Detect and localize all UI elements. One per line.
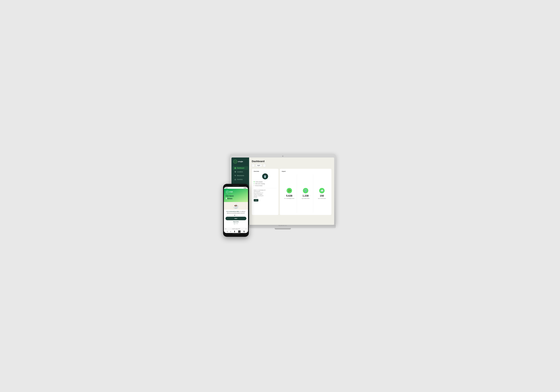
cards-row: Overview 🥤 8.000 available xyxy=(252,169,331,215)
co2-label: Kg of CO2e saved xyxy=(318,198,326,199)
stat-cleaning: 950 out for cleaning xyxy=(254,183,277,185)
sidebar-item-inventory[interactable]: Inventory xyxy=(232,178,248,181)
svg-rect-0 xyxy=(234,167,235,168)
phone-hero-times: times xyxy=(227,197,232,200)
phone-hero: cirqle I've been 8 times xyxy=(224,189,248,202)
impact-metrics: ♻️ 5.638 No. of packaging saved 🗑️ 1.238… xyxy=(282,174,329,213)
month-label: April xyxy=(256,164,262,167)
co2-icon: ☁️ xyxy=(319,188,325,193)
laptop-camera xyxy=(282,156,283,157)
svg-point-4 xyxy=(235,171,236,172)
stat-dot-outline xyxy=(254,185,255,186)
svg-rect-3 xyxy=(235,168,236,169)
sidebar-label-dashboard: Dashboard xyxy=(237,167,244,169)
phone-intro-text: Hi! I'm DoGoodCup #2853. I'm making a di… xyxy=(226,211,246,214)
sidebar-label-inventory: Inventory xyxy=(237,179,243,180)
phone-logo-text: cirqle xyxy=(229,191,233,192)
logo-icon xyxy=(233,160,237,163)
phone-cup-emoji: ☕ xyxy=(233,203,239,209)
impact-card: Impact ♻️ 5.638 No. of packaging saved 🗑… xyxy=(280,169,331,215)
packaging-value: 5.638 xyxy=(286,194,292,197)
phone-refresh-icon[interactable]: ↻ xyxy=(246,228,247,230)
overview-card: Overview 🥤 8.000 available xyxy=(252,169,279,215)
phone-time: 15.38 xyxy=(225,187,228,188)
cup-icon: 🥤 xyxy=(262,173,268,179)
sidebar-label-movements: Movements xyxy=(237,175,244,176)
overview-card-title: Overview xyxy=(254,171,277,172)
phone-logo-circle xyxy=(226,190,229,193)
phone-next-button[interactable]: Next xyxy=(226,217,246,220)
phone-status-icons: ▶ ◼ ☰ xyxy=(244,187,247,189)
sidebar-item-movements[interactable]: Movements xyxy=(232,174,248,178)
stat-dot-green xyxy=(254,181,255,182)
metric-waste: 🗑️ 1.238 Kg of waste saved xyxy=(298,174,313,213)
phone-notch xyxy=(232,185,239,186)
metric-packaging: ♻️ 5.638 No. of packaging saved xyxy=(282,174,297,213)
phone-cup-area: ☕ xyxy=(224,202,248,210)
stat-available: 8.000 available xyxy=(254,181,277,183)
svg-rect-5 xyxy=(235,179,236,180)
phone-footer-logo-text: cirqle xyxy=(236,223,238,224)
stat-outofstock: 50 out of stock xyxy=(254,185,277,187)
month-nav: ‹ April › xyxy=(252,164,331,167)
co2-value: 150 xyxy=(320,194,324,197)
phone-nav-bookmarks[interactable]: ⬛ xyxy=(238,230,241,233)
svg-rect-2 xyxy=(234,168,235,169)
phone-bottom-nav: ‹ › ⬆ ⬛ ⧉ xyxy=(224,230,248,233)
phone-home-bar xyxy=(232,233,239,234)
logo-text: cirqle xyxy=(238,161,243,162)
month-prev-button[interactable]: ‹ xyxy=(252,164,255,167)
phone-dot-3 xyxy=(237,215,238,216)
waste-icon: 🗑️ xyxy=(303,188,308,193)
phone: 15.38 ▶ ◼ ☰ cirqle I've been xyxy=(223,184,249,237)
phone-footer-logo: cirqle xyxy=(234,223,238,224)
scene: cirqle Dashboard Locations Movements xyxy=(219,154,341,238)
month-next-button[interactable]: › xyxy=(263,164,266,167)
phone-hero-number: 8 xyxy=(226,197,227,200)
phone-screen: 15.38 ▶ ◼ ☰ cirqle I've been xyxy=(224,187,248,233)
phone-font-size-label: AA xyxy=(225,228,226,229)
phone-hero-text: I've been 8 times xyxy=(226,195,246,200)
phone-dot-1 xyxy=(234,215,235,216)
phone-status-bar: 15.38 ▶ ◼ ☰ xyxy=(224,187,248,189)
phone-nav-tabs[interactable]: ⧉ xyxy=(243,230,245,233)
phone-footer-logo-circle xyxy=(234,223,235,224)
sidebar-logo: cirqle xyxy=(231,160,249,166)
phone-dots xyxy=(234,215,238,216)
laptop-foot xyxy=(275,228,291,230)
phone-dot-2 xyxy=(236,215,236,216)
main-content: Dashboard ‹ April › Overview 🥤 xyxy=(249,158,334,225)
waste-value: 1.238 xyxy=(302,194,309,197)
page-title: Dashboard xyxy=(252,160,331,163)
phone-nav-back[interactable]: ‹ xyxy=(227,230,228,233)
packaging-icon: ♻️ xyxy=(287,188,292,193)
phone-nav-forward[interactable]: › xyxy=(230,230,231,233)
waste-label: Kg of waste saved xyxy=(302,198,310,199)
phone-address-bar[interactable]: AA hi.demo.cirqle.cloud ↻ xyxy=(224,228,248,230)
phone-address[interactable]: hi.demo.cirqle.cloud xyxy=(232,228,240,229)
phone-body: Hi! I'm DoGoodCup #2853. I'm making a di… xyxy=(224,210,248,228)
phone-logo: cirqle xyxy=(226,190,246,193)
cup-icon-wrap: 🥤 xyxy=(254,173,277,179)
metric-co2: ☁️ 150 Kg of CO2e saved xyxy=(314,174,329,213)
overview-note: shows no. of packaging and selected peri… xyxy=(254,188,277,202)
sidebar-label-locations: Locations xyxy=(237,171,243,172)
phone-skip-link[interactable]: Skip to home xyxy=(233,221,239,222)
packaging-label: No. of packaging saved xyxy=(284,198,294,199)
impact-card-title: Impact xyxy=(282,171,329,172)
stat-dot-lightgreen xyxy=(254,183,255,184)
sidebar-item-locations[interactable]: Locations xyxy=(232,170,248,174)
overview-stats: 8.000 available 950 out for cleaning 50 … xyxy=(254,181,277,187)
contact-button[interactable]: ct us xyxy=(254,199,259,202)
svg-rect-1 xyxy=(235,167,236,168)
phone-nav-share[interactable]: ⬆ xyxy=(234,230,235,233)
sidebar-item-dashboard[interactable]: Dashboard xyxy=(232,166,248,170)
